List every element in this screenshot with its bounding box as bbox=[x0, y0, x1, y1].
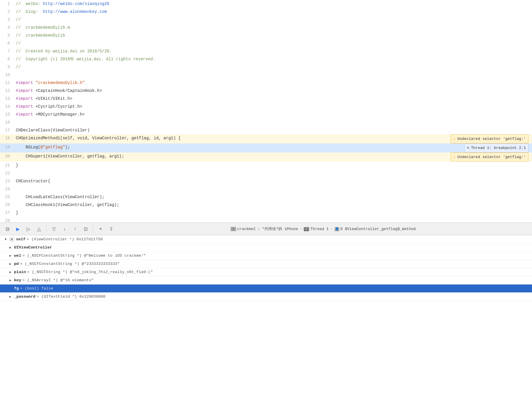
code-token: CHLoadLateClass(ViewController); bbox=[16, 195, 104, 199]
code-token: #import bbox=[16, 88, 35, 93]
line-number: 12 bbox=[0, 87, 14, 95]
debug-var-value: = (ViewController *) 0x127d11750 bbox=[27, 237, 103, 241]
debug-var-value: = (_NSCFConstantString *) @"233333333333… bbox=[20, 262, 120, 266]
continue-btn[interactable]: ▶ bbox=[13, 225, 22, 233]
code-line-14: 14#import <Cycript/Cycript.h> bbox=[0, 103, 532, 111]
code-token: CHSuper1(ViewController, getflag, arg1); bbox=[16, 154, 124, 159]
line-content bbox=[14, 71, 532, 79]
line-number: 18 bbox=[0, 134, 14, 143]
line-number: 4 bbox=[0, 24, 14, 32]
warning-icon: ⚠ bbox=[453, 153, 456, 161]
line-number: 26 bbox=[0, 201, 14, 209]
password-row[interactable]: ▶_password = (UITextField *) 0x128038000 bbox=[0, 293, 532, 301]
code-line-4: 4// crackmedemoDylib.m bbox=[0, 24, 532, 32]
line-number: 9 bbox=[0, 63, 14, 71]
line-content: #import <Cycript/Cycript.h> bbox=[14, 103, 532, 111]
line-number: 17 bbox=[0, 126, 14, 134]
fg-row[interactable]: fg = (bool) false bbox=[0, 284, 532, 293]
line-content: #import <CaptainHook/CaptainHook.h> bbox=[14, 87, 532, 95]
line-content: // bbox=[14, 63, 532, 71]
pd-row[interactable]: ▶pd = (_NSCFConstantString *) @"23333333… bbox=[0, 260, 532, 268]
device-icon: ⌨crackme2 : "代伟佳"的 iPhone bbox=[231, 226, 298, 232]
line-content: // blog: http://www.alonemonkey.com bbox=[14, 8, 532, 16]
code-line-10: 10 bbox=[0, 71, 532, 79]
code-line-2: 2// blog: http://www.alonemonkey.com bbox=[0, 8, 532, 16]
line-annotation: ≡Thread 1: breakpoint 2.1 bbox=[461, 143, 532, 152]
code-editor: 1// weibo: http://weibo.com/xiaoqing282/… bbox=[0, 0, 532, 222]
step-down-btn[interactable]: ↓ bbox=[60, 225, 69, 233]
code-token: <CaptainHook/CaptainHook.h> bbox=[35, 88, 102, 93]
line-content bbox=[14, 217, 532, 222]
key-row[interactable]: ▶key = (_NSArrayI *) @"16 elements" bbox=[0, 276, 532, 284]
code-token: // crackmedemoDylib.m bbox=[16, 25, 70, 30]
code-token: // weibo: bbox=[16, 1, 43, 6]
hide-panel-btn[interactable]: ⊟ bbox=[3, 225, 12, 233]
code-token: // bbox=[16, 41, 21, 46]
step-into-btn[interactable]: △ bbox=[35, 225, 43, 233]
code-line-9: 9// bbox=[0, 63, 532, 71]
line-content: // crackmedemoDylib.m bbox=[14, 24, 532, 32]
code-token: CHDeclareClass(ViewController) bbox=[16, 128, 90, 133]
debug-var-label: wel bbox=[14, 253, 21, 258]
expand-arrow-icon: ▶ bbox=[9, 246, 14, 249]
code-token: #import bbox=[16, 104, 35, 109]
inspect-btn[interactable]: ⌖ bbox=[96, 225, 105, 233]
send-btn[interactable]: ⇧ bbox=[107, 225, 115, 233]
wel-row[interactable]: ▶wel = (_NSCFConstantString *) @"Welcome… bbox=[0, 252, 532, 260]
warning-icon: ⚠ bbox=[453, 135, 456, 143]
line-number: 6 bbox=[0, 40, 14, 47]
uiviewcontroller-row[interactable]: ▶UIViewController bbox=[0, 244, 532, 252]
line-number: 27 bbox=[0, 209, 14, 217]
line-number: 1 bbox=[0, 0, 14, 8]
code-line-20: 20 CHSuper1(ViewController, getflag, arg… bbox=[0, 152, 532, 162]
code-token: "crackmedemoDylib.h" bbox=[35, 80, 85, 85]
code-token: // Copyright (c) 2018年 weijia.dai. All r… bbox=[16, 57, 155, 61]
code-line-7: 7// Created by weijia.dai on 2018/5/20. bbox=[0, 47, 532, 55]
expand-arrow-icon: ▶ bbox=[9, 278, 14, 282]
line-number: 11 bbox=[0, 79, 14, 87]
code-token: ); bbox=[65, 145, 70, 150]
code-token: @"getflag" bbox=[40, 145, 65, 150]
breakpoint-icon: ≡ bbox=[467, 144, 469, 152]
code-token: http://www.alonemonkey.com bbox=[43, 9, 107, 14]
line-number: 28 bbox=[0, 217, 14, 222]
line-content: NSLog(@"getflag"); bbox=[14, 143, 461, 152]
thread-icon: |||Thread 1 bbox=[304, 227, 328, 231]
code-line-24: 24 bbox=[0, 185, 532, 193]
code-token: <MDCycriptManager.h> bbox=[35, 112, 85, 117]
step-out-btn[interactable]: ▽ bbox=[50, 225, 58, 233]
toolbar: ⊟▶▷△▽↓↑⊡⌖⇧⌨crackme2 : "代伟佳"的 iPhone›|||T… bbox=[0, 222, 532, 235]
debug-var-value: = (_NSCFConstantString *) @"Welcome to i… bbox=[22, 253, 146, 258]
debug-var-label: plain bbox=[14, 270, 26, 274]
step-up-btn[interactable]: ↑ bbox=[71, 225, 79, 233]
toolbar-divider bbox=[46, 226, 47, 232]
plain-row[interactable]: ▶plain = (_NSCFString *) @"n0_jok1ng_7hi… bbox=[0, 268, 532, 276]
self-row[interactable]: ▼Aself = (ViewController *) 0x127d11750 bbox=[0, 235, 532, 244]
code-token: <Cycript/Cycript.h> bbox=[35, 104, 82, 109]
expand-arrow-icon: ▶ bbox=[9, 262, 14, 266]
code-token: // Created by weijia.dai on 2018/5/20. bbox=[16, 49, 112, 54]
frame-icon: 👤0 $ViewController_getflag$_method bbox=[335, 227, 416, 231]
code-line-23: 23CHConstructor{ bbox=[0, 177, 532, 185]
breadcrumb-separator: › bbox=[300, 227, 302, 231]
expand-arrow-icon: ▶ bbox=[9, 254, 14, 258]
code-line-28: 28 bbox=[0, 217, 532, 222]
annotation-text: Undeclared selector 'getflag:' bbox=[457, 135, 526, 143]
debug-panel: ▼Aself = (ViewController *) 0x127d11750▶… bbox=[0, 235, 532, 301]
code-line-1: 1// weibo: http://weibo.com/xiaoqing28 bbox=[0, 0, 532, 8]
line-content: CHLoadLateClass(ViewController); bbox=[14, 193, 532, 201]
code-token: CHClassHook1(ViewController, getflag); bbox=[16, 203, 119, 207]
line-number: 15 bbox=[0, 111, 14, 119]
line-number: 25 bbox=[0, 193, 14, 201]
line-number: 7 bbox=[0, 47, 14, 55]
line-content: CHOptimizedMethod1(self, void, ViewContr… bbox=[14, 134, 447, 143]
code-line-16: 16 bbox=[0, 119, 532, 126]
step-over-btn[interactable]: ▷ bbox=[24, 225, 33, 233]
line-number: 10 bbox=[0, 71, 14, 79]
view-memory-btn[interactable]: ⊡ bbox=[81, 225, 90, 233]
line-number: 8 bbox=[0, 55, 14, 63]
line-content: CHDeclareClass(ViewController) bbox=[14, 126, 532, 134]
expand-arrow-icon: ▼ bbox=[5, 238, 9, 241]
line-number: 21 bbox=[0, 162, 14, 169]
line-number: 23 bbox=[0, 177, 14, 185]
